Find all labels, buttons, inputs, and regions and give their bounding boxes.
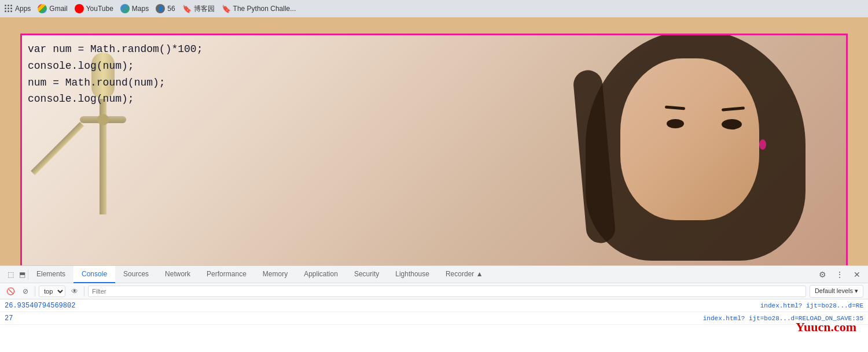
youtube-icon <box>75 4 84 13</box>
devtools-actions: ⚙ ⋮ ✕ <box>816 268 863 281</box>
tab-sources[interactable]: Sources <box>115 266 157 283</box>
devtools-more-button[interactable]: ⋮ <box>833 268 846 281</box>
mic-arm2 <box>31 122 84 175</box>
console-row-2: 27 index.html? ijt=bo28...d=RELOAD_ON_SA… <box>0 312 868 325</box>
earring <box>759 139 766 150</box>
user-count: 56 <box>167 5 175 13</box>
devtools-close-button[interactable]: ✕ <box>851 268 863 281</box>
python-label: The Python Challe... <box>233 5 296 13</box>
youtube-button[interactable]: YouTube <box>75 4 113 13</box>
python-challenge-button[interactable]: 🔖 The Python Challe... <box>222 5 296 13</box>
code-line-2: console.log(num); <box>28 58 203 75</box>
default-levels-button[interactable]: Default levels ▾ <box>810 285 863 298</box>
maps-label: Maps <box>132 5 149 13</box>
chrome-top-bar: Apps Gmail YouTube Maps 👤 56 🔖 博客园 🔖 The… <box>0 0 868 17</box>
console-value-1: 26.93540794569802 <box>5 302 760 310</box>
devtools-tabs: ⬚ ⬒ Elements Console Sources Network Per… <box>0 266 868 283</box>
browser-viewport: var num = Math.random()*100; console.log… <box>20 34 848 294</box>
tab-recorder[interactable]: Recorder ▲ <box>437 266 491 283</box>
console-source-1[interactable]: index.html? ijt=bo28...d=RE <box>760 302 863 309</box>
user-profile-button[interactable]: 👤 56 <box>156 4 175 13</box>
tab-performance[interactable]: Performance <box>198 266 255 283</box>
code-line-3: num = Math.round(num); <box>28 75 203 91</box>
clear-console-button[interactable]: 🚫 <box>5 286 16 297</box>
tab-application[interactable]: Application <box>296 266 346 283</box>
user-avatar-icon: 👤 <box>156 4 165 13</box>
code-block: var num = Math.random()*100; console.log… <box>28 41 203 108</box>
gmail-label: Gmail <box>49 5 67 13</box>
tab-console[interactable]: Console <box>73 266 115 283</box>
eye-icon-button[interactable]: 👁 <box>69 286 80 297</box>
watermark: Yuucn.com <box>796 320 856 335</box>
maps-icon <box>120 4 130 13</box>
gmail-icon <box>38 4 47 13</box>
devtools-inspect-button[interactable]: ⬚ <box>5 269 16 280</box>
maps-button[interactable]: Maps <box>120 4 149 13</box>
console-value-2: 27 <box>5 314 703 323</box>
code-line-1: var num = Math.random()*100; <box>28 41 203 58</box>
bookmark-icon: 🔖 <box>182 5 192 13</box>
mic-knob <box>97 114 109 125</box>
console-filter-input[interactable] <box>88 286 806 297</box>
youtube-label: YouTube <box>86 5 113 13</box>
default-levels-label: Default levels ▾ <box>815 287 858 295</box>
toolbar-separator-2 <box>84 286 84 297</box>
blog-label: 博客园 <box>194 4 215 14</box>
tab-lighthouse[interactable]: Lighthouse <box>387 266 437 283</box>
devtools-settings-button[interactable]: ⚙ <box>816 268 829 281</box>
console-output: 26.93540794569802 index.html? ijt=bo28..… <box>0 299 868 352</box>
eye-right <box>722 119 742 129</box>
page-background: var num = Math.random()*100; console.log… <box>22 35 846 292</box>
face <box>620 58 759 220</box>
eye-left <box>667 119 684 128</box>
watermark-text: Yuucn.com <box>796 320 856 334</box>
console-row-1: 26.93540794569802 index.html? ijt=bo28..… <box>0 299 868 312</box>
python-bookmark-icon: 🔖 <box>222 5 231 13</box>
devtools-responsive-button[interactable]: ⬒ <box>16 269 28 280</box>
filter-toggle-button[interactable]: ⊘ <box>20 286 31 297</box>
apps-icon <box>5 5 13 13</box>
tab-network[interactable]: Network <box>157 266 198 283</box>
tab-elements[interactable]: Elements <box>28 266 73 283</box>
apps-label: Apps <box>15 5 31 13</box>
devtools-panel: ⬚ ⬒ Elements Console Sources Network Per… <box>0 265 868 352</box>
devtools-console-toolbar: 🚫 ⊘ top 👁 Default levels ▾ <box>0 283 868 299</box>
toolbar-separator <box>35 286 35 297</box>
apps-button[interactable]: Apps <box>5 5 31 13</box>
context-selector[interactable]: top <box>39 286 65 297</box>
blog-button[interactable]: 🔖 博客园 <box>182 4 215 14</box>
woman-silhouette <box>528 35 817 292</box>
code-line-4: console.log(num); <box>28 91 203 108</box>
gmail-button[interactable]: Gmail <box>38 4 67 13</box>
tab-memory[interactable]: Memory <box>255 266 296 283</box>
tab-security[interactable]: Security <box>346 266 387 283</box>
